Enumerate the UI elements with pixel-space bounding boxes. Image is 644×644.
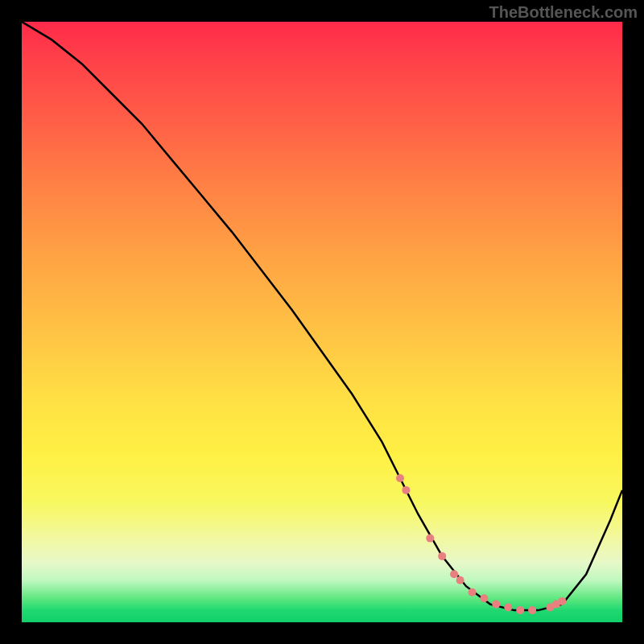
marker-dot [504, 603, 512, 611]
bottleneck-curve [22, 22, 622, 610]
marker-dot [450, 570, 458, 578]
marker-dot [516, 606, 524, 614]
marker-dot [558, 597, 566, 605]
marker-dots [396, 474, 566, 614]
marker-dot [402, 486, 410, 494]
chart-svg [22, 22, 622, 622]
marker-dot [456, 576, 464, 584]
marker-dot [426, 535, 434, 543]
marker-dot [438, 552, 446, 560]
marker-dot [528, 606, 536, 614]
plot-area [22, 22, 622, 622]
marker-dot [480, 594, 488, 602]
watermark-text: TheBottleneck.com [489, 3, 638, 22]
marker-dot [469, 588, 477, 597]
marker-dot [492, 601, 500, 609]
marker-dot [396, 474, 404, 482]
